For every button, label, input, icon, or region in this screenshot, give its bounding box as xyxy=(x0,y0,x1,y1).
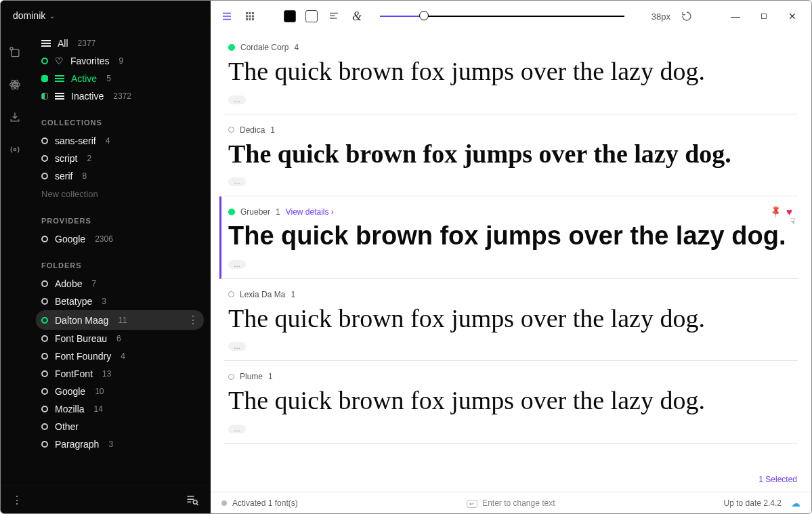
font-card-header: Cordale Corp4 xyxy=(228,43,794,52)
tags-pill[interactable]: … xyxy=(228,177,246,186)
new-collection-button[interactable]: New collection xyxy=(36,185,204,203)
folders-item-count: 3 xyxy=(108,440,113,449)
window-minimize-button[interactable]: — xyxy=(726,9,745,24)
folders-item[interactable]: FontFont13 xyxy=(36,365,204,383)
folders-item[interactable]: Betatype3 xyxy=(36,293,204,310)
tags-pill[interactable]: … xyxy=(228,260,246,269)
collections-item-label: sans-serif xyxy=(55,135,96,146)
folders-item-label: Font Foundry xyxy=(55,351,111,362)
inactive-status-icon[interactable] xyxy=(228,291,234,297)
collections-item-label: script xyxy=(55,153,77,164)
svg-rect-15 xyxy=(249,18,251,20)
ligatures-button[interactable]: & xyxy=(350,9,364,23)
folders-item[interactable]: Other xyxy=(36,418,204,435)
more-icon[interactable]: ⋮ xyxy=(12,494,24,507)
font-card[interactable]: Dedica1The quick brown fox jumps over th… xyxy=(224,114,798,197)
svg-rect-9 xyxy=(249,12,251,14)
collections-item[interactable]: sans-serif4 xyxy=(36,132,204,150)
window-maximize-button[interactable] xyxy=(754,9,773,24)
favorite-heart-icon[interactable]: ♥ xyxy=(786,206,792,217)
pin-icon[interactable]: 📌 xyxy=(768,205,783,219)
status-activated: Activated 1 font(s) xyxy=(232,498,298,508)
inactive-status-icon[interactable] xyxy=(228,374,234,380)
svg-rect-8 xyxy=(246,12,248,14)
folders-item[interactable]: Paragraph3 xyxy=(36,435,204,453)
providers-item-count: 2306 xyxy=(95,234,113,244)
ring-icon xyxy=(41,155,48,162)
folders-item-label: Adobe xyxy=(55,278,82,289)
view-details-link[interactable]: View details › xyxy=(286,207,334,217)
window-close-button[interactable]: ✕ xyxy=(783,9,802,24)
filter-active[interactable]: Active 5 xyxy=(36,70,204,87)
status-dot-icon xyxy=(221,500,227,506)
broadcast-icon[interactable] xyxy=(8,143,22,156)
folders-item[interactable]: Font Foundry4 xyxy=(36,347,204,365)
search-list-icon[interactable] xyxy=(185,493,200,507)
collections-item[interactable]: script2 xyxy=(36,150,204,167)
download-icon[interactable] xyxy=(8,110,22,124)
font-card[interactable]: Lexia Da Ma1The quick brown fox jumps ov… xyxy=(224,279,798,362)
svg-rect-12 xyxy=(249,16,251,18)
collections-item[interactable]: serif8 xyxy=(36,167,204,185)
list-view-button[interactable] xyxy=(220,9,234,23)
cursor-hand-icon: ☟ xyxy=(790,217,795,226)
library-icon[interactable] xyxy=(8,45,22,59)
font-preview-text[interactable]: The quick brown fox jumps over the lazy … xyxy=(228,385,794,416)
slider-thumb-icon[interactable] xyxy=(419,11,429,20)
tags-pill[interactable]: … xyxy=(228,425,246,433)
atom-icon[interactable] xyxy=(8,78,22,91)
font-preview-text[interactable]: The quick brown fox jumps over the lazy … xyxy=(228,303,794,335)
lines-icon xyxy=(55,75,64,82)
filter-favorites[interactable]: ♡ Favorites 9 xyxy=(36,52,204,70)
toolbar: & 38px — ✕ xyxy=(211,1,811,32)
providers-item[interactable]: Google2306 xyxy=(36,230,204,248)
folders-item[interactable]: Dalton Maag11⋮ xyxy=(36,310,204,330)
svg-rect-16 xyxy=(252,18,254,20)
ring-icon xyxy=(41,406,48,412)
grid-view-button[interactable] xyxy=(243,9,257,23)
size-slider[interactable] xyxy=(380,16,624,17)
font-card[interactable]: Cordale Corp4The quick brown fox jumps o… xyxy=(224,32,798,114)
folders-item[interactable]: Font Bureau6 xyxy=(36,330,204,347)
tags-pill[interactable]: … xyxy=(228,95,246,104)
inactive-status-icon[interactable] xyxy=(228,127,234,133)
active-status-icon[interactable] xyxy=(228,44,235,51)
folders-item-count: 4 xyxy=(121,351,125,361)
filter-inactive[interactable]: Inactive 2372 xyxy=(36,87,204,105)
user-menu[interactable]: dominik ⌄ xyxy=(1,1,211,28)
font-style-count: 1 xyxy=(270,125,275,135)
folders-item-label: Mozilla xyxy=(55,404,85,414)
folders-item[interactable]: Mozilla14 xyxy=(36,400,204,418)
filter-all[interactable]: All 2377 xyxy=(36,35,204,52)
selection-count-badge[interactable]: 1 Selected xyxy=(758,472,797,487)
font-style-count: 4 xyxy=(294,43,299,52)
folders-item-count: 11 xyxy=(118,316,127,325)
reset-button[interactable] xyxy=(680,9,693,23)
ring-icon xyxy=(41,317,48,324)
font-style-count: 1 xyxy=(276,207,280,217)
active-status-icon[interactable] xyxy=(228,209,235,215)
svg-point-2 xyxy=(14,83,16,85)
svg-point-7 xyxy=(193,500,197,504)
collections-item-count: 2 xyxy=(87,154,91,163)
ring-icon xyxy=(41,441,48,448)
svg-point-3 xyxy=(10,83,20,87)
tags-pill[interactable]: … xyxy=(228,342,246,351)
font-card[interactable]: Grueber1View details ›The quick brown fo… xyxy=(219,196,798,279)
sidebar-nav: All 2377 ♡ Favorites 9 Active 5 Inactive… xyxy=(29,28,211,486)
font-preview-text[interactable]: The quick brown fox jumps over the lazy … xyxy=(228,139,794,170)
row-more-icon[interactable]: ⋮ xyxy=(188,314,198,326)
font-preview-text[interactable]: The quick brown fox jumps over the lazy … xyxy=(228,221,794,252)
folders-item[interactable]: Google10 xyxy=(36,383,204,400)
ring-icon xyxy=(41,388,48,395)
main-pane: & 38px — ✕ Cordale Corp4The quick brown … xyxy=(211,1,811,513)
font-list: Cordale Corp4The quick brown fox jumps o… xyxy=(211,32,811,492)
providers-heading: PROVIDERS xyxy=(36,203,204,230)
folders-item[interactable]: Adobe7 xyxy=(36,275,204,293)
align-left-button[interactable] xyxy=(327,9,341,23)
folders-item-count: 13 xyxy=(102,369,111,379)
font-card[interactable]: Plume1The quick brown fox jumps over the… xyxy=(224,361,798,444)
font-preview-text[interactable]: The quick brown fox jumps over the lazy … xyxy=(228,56,794,87)
foreground-color-swatch[interactable] xyxy=(284,10,296,22)
background-color-swatch[interactable] xyxy=(305,10,318,22)
